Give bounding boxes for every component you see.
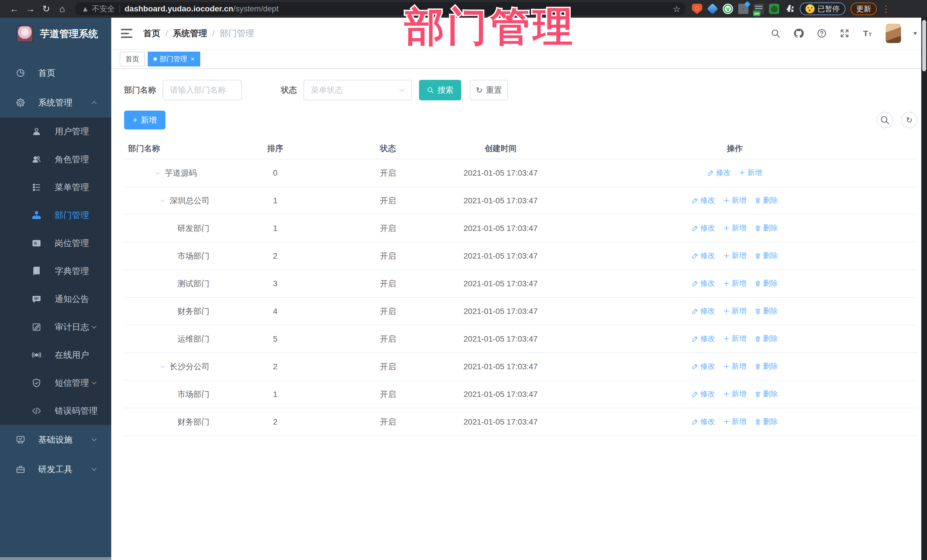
sidebar-item-错误码管理[interactable]: 错误码管理	[0, 397, 111, 425]
dept-name-input[interactable]: 请输入部门名称	[163, 80, 242, 100]
row-delete-link[interactable]: 删除	[754, 334, 778, 344]
sidebar-item-部门管理[interactable]: 部门管理	[0, 201, 111, 229]
row-delete-link[interactable]: 删除	[754, 417, 778, 426]
id-card-icon	[31, 238, 42, 248]
row-add-link[interactable]: 新增	[723, 250, 746, 261]
breadcrumb-separator: /	[212, 29, 214, 38]
reload-icon[interactable]: ↻	[38, 3, 54, 14]
sidebar-item-通知公告[interactable]: 通知公告	[0, 285, 111, 313]
row-add-link[interactable]: 新增	[723, 195, 746, 205]
breadcrumb-item[interactable]: 首页	[143, 28, 160, 39]
grid-extension-icon[interactable]	[738, 4, 748, 14]
tab-label: 部门管理	[160, 55, 187, 64]
row-delete-link[interactable]: 删除	[754, 278, 778, 288]
sidebar-item-基础设施[interactable]: 基础设施	[0, 425, 111, 454]
row-edit-link[interactable]: 修改	[692, 250, 715, 261]
row-edit-link[interactable]: 修改	[692, 306, 715, 316]
browser-profile-chip[interactable]: 已暂停	[800, 3, 845, 15]
ublock-extension-icon[interactable]	[692, 4, 702, 14]
horizontal-scrollbar[interactable]	[0, 557, 111, 560]
row-edit-link[interactable]: 修改	[692, 195, 715, 205]
toggle-search-button[interactable]	[877, 112, 893, 128]
row-edit-link[interactable]: 修改	[692, 361, 715, 371]
expand-caret-icon[interactable]	[155, 170, 162, 176]
sidebar-item-研发工具[interactable]: 研发工具	[0, 454, 111, 484]
hamburger-icon[interactable]	[121, 29, 132, 38]
forward-icon[interactable]: →	[22, 4, 38, 14]
sidebar-item-用户管理[interactable]: 用户管理	[0, 117, 111, 146]
home-icon[interactable]: ⌂	[54, 4, 70, 14]
sidebar-item-菜单管理[interactable]: 菜单管理	[0, 173, 111, 201]
chevron-down-icon	[91, 323, 97, 331]
gem-extension-icon[interactable]	[707, 3, 718, 15]
browser-menu-icon[interactable]: ⋮	[881, 3, 891, 14]
row-edit-link[interactable]: 修改	[692, 223, 715, 233]
help-icon[interactable]	[817, 28, 827, 38]
sidebar-item-角色管理[interactable]: 角色管理	[0, 146, 111, 173]
breadcrumb-item[interactable]: 系统管理	[173, 28, 207, 39]
tab-部门管理[interactable]: 部门管理×	[148, 52, 200, 67]
add-icon	[723, 252, 730, 259]
row-edit-link[interactable]: 修改	[707, 168, 731, 178]
scrollbar-thumb[interactable]	[922, 20, 926, 71]
address-bar[interactable]: ▲ 不安全 dashboard.yudao.iocoder.cn/system/…	[75, 2, 686, 15]
row-delete-link[interactable]: 删除	[754, 223, 778, 233]
row-delete-link[interactable]: 删除	[754, 306, 778, 316]
row-edit-link[interactable]: 修改	[692, 389, 715, 399]
status-select[interactable]: 菜单状态	[304, 80, 412, 100]
refresh-table-button[interactable]: ↻	[901, 112, 918, 128]
page-scrollbar[interactable]	[921, 18, 927, 560]
reset-button[interactable]: ↻ 重置	[470, 80, 508, 100]
sidebar-item-首页[interactable]: 首页	[0, 58, 111, 88]
row-delete-link[interactable]: 删除	[754, 195, 778, 205]
sidebar-item-短信管理[interactable]: 短信管理	[0, 369, 111, 397]
browser-update-button[interactable]: 更新	[851, 3, 877, 15]
fullscreen-icon[interactable]	[839, 28, 850, 38]
switch-extension-icon[interactable]: on	[754, 4, 764, 14]
row-add-link[interactable]: 新增	[739, 168, 762, 178]
expand-caret-icon[interactable]	[160, 364, 167, 370]
github-icon[interactable]	[793, 28, 804, 39]
tab-首页[interactable]: 首页	[120, 52, 145, 67]
expand-caret-icon[interactable]	[160, 197, 167, 204]
sidebar-item-在线用户[interactable]: 在线用户	[0, 341, 111, 369]
row-add-link[interactable]: 新增	[723, 306, 746, 316]
user-avatar[interactable]	[886, 24, 901, 43]
font-size-icon[interactable]: TT	[862, 28, 873, 39]
table-row: 长沙分公司2开启2021-01-05 17:03:47修改新增删除	[124, 353, 918, 380]
row-add-link[interactable]: 新增	[723, 417, 746, 426]
sidebar-item-字典管理[interactable]: 字典管理	[0, 257, 111, 285]
row-add-link[interactable]: 新增	[723, 389, 746, 399]
tampermonkey-extension-icon[interactable]	[769, 4, 779, 14]
actions-cell: 修改新增删除	[552, 214, 918, 242]
actions-cell: 修改新增删除	[552, 297, 918, 325]
row-add-link[interactable]: 新增	[723, 361, 746, 371]
actions-cell: 修改新增删除	[552, 242, 918, 270]
row-edit-link[interactable]: 修改	[692, 334, 715, 344]
sidebar-item-岗位管理[interactable]: 岗位管理	[0, 229, 111, 257]
row-delete-link[interactable]: 删除	[754, 389, 778, 399]
row-delete-link[interactable]: 删除	[754, 250, 778, 261]
row-edit-link[interactable]: 修改	[692, 278, 715, 288]
row-add-link[interactable]: 新增	[723, 278, 746, 288]
sidebar-item-系统管理[interactable]: 系统管理	[0, 88, 111, 117]
row-add-link[interactable]: 新增	[723, 334, 746, 344]
add-button[interactable]: + 新增	[124, 111, 166, 129]
header-search-icon[interactable]	[770, 28, 781, 38]
dept-tree-icon	[31, 211, 42, 220]
back-icon[interactable]: ←	[6, 4, 22, 14]
row-delete-link[interactable]: 删除	[754, 361, 778, 371]
close-tab-icon[interactable]: ×	[190, 55, 195, 63]
delete-icon	[754, 225, 761, 232]
sidebar-item-审计日志[interactable]: 审计日志	[0, 313, 111, 341]
bookmark-star-icon[interactable]: ☆	[673, 4, 681, 14]
search-button[interactable]: 搜索	[419, 80, 461, 100]
sidebar-logo-row: 芋道管理系统	[0, 18, 111, 50]
puzzle-extensions-icon[interactable]	[784, 4, 795, 14]
row-edit-link[interactable]: 修改	[692, 417, 715, 426]
dept-name-cell: 深圳总公司	[124, 187, 224, 214]
green-check-extension-icon[interactable]: v	[723, 4, 733, 14]
row-add-link[interactable]: 新增	[723, 223, 746, 233]
dashboard-icon	[15, 68, 26, 78]
avatar-caret-icon[interactable]: ▾	[913, 30, 917, 37]
